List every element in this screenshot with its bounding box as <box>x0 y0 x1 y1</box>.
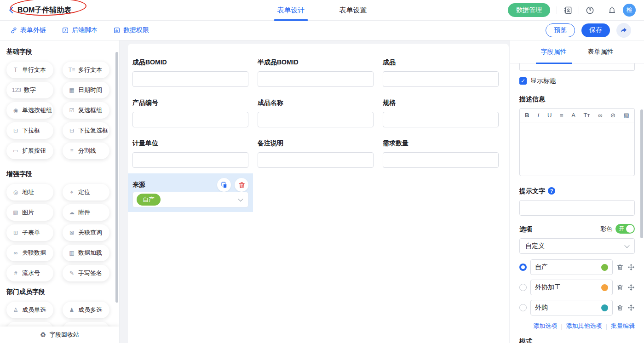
form-external-link-link[interactable]: 表单外链 <box>10 26 46 34</box>
page-title[interactable]: BOM子件辅助表 <box>17 6 71 15</box>
form-field[interactable]: 成品 <box>383 57 499 87</box>
bell-icon[interactable] <box>608 6 616 15</box>
field-type-location[interactable]: ⌖定位 <box>63 184 109 201</box>
selected-field[interactable]: 来源 自产 <box>128 173 253 212</box>
panel-scrollbar[interactable] <box>640 109 643 238</box>
field-input[interactable] <box>132 112 248 127</box>
copy-field-button[interactable] <box>217 178 231 192</box>
font-color-icon[interactable]: A <box>571 112 575 118</box>
field-input[interactable] <box>258 71 374 87</box>
field-type-image[interactable]: ▧图片 <box>6 204 53 221</box>
form-field[interactable]: 成品名称 <box>258 98 374 127</box>
contacts-icon[interactable] <box>564 6 572 15</box>
field-type-checkbox-group[interactable]: ☑复选框组 <box>63 102 109 119</box>
delete-option-icon[interactable] <box>616 304 624 311</box>
field-type-extend-button[interactable]: ▭扩展按钮 <box>6 143 53 159</box>
field-type-attachment[interactable]: ☁附件 <box>63 204 109 221</box>
underline-icon[interactable]: U <box>547 112 552 118</box>
field-type-multi-select[interactable]: ⊟下拉复选框 <box>63 122 109 139</box>
avatar[interactable]: 检 <box>623 4 636 17</box>
field-type-subform[interactable]: ⊞子表单 <box>6 224 53 241</box>
field-type-select[interactable]: ⊡下拉框 <box>6 122 53 139</box>
field-recycle-bin[interactable]: ♻ 字段回收站 <box>0 327 119 343</box>
option-radio[interactable] <box>519 284 527 291</box>
font-size-icon[interactable]: Tт <box>584 112 590 118</box>
option-label-input[interactable]: 自产 <box>530 259 613 275</box>
show-title-row[interactable]: ✓ 显示标题 <box>519 77 635 85</box>
field-input[interactable] <box>258 112 374 127</box>
preview-button[interactable]: 预览 <box>546 23 575 37</box>
checkbox-checked-icon[interactable]: ✓ <box>519 77 527 85</box>
field-type-radio-group[interactable]: ◉单选按钮组 <box>6 102 53 119</box>
field-type-signature[interactable]: ✎手写签名 <box>63 265 109 281</box>
field-input[interactable] <box>383 152 499 168</box>
option-label-input[interactable]: 外购 <box>530 300 613 315</box>
rich-text-area[interactable] <box>520 122 634 176</box>
italic-icon[interactable]: I <box>537 112 539 118</box>
field-type-number[interactable]: 123数字 <box>6 82 53 98</box>
option-color-dot[interactable] <box>601 264 608 271</box>
form-field[interactable]: 成品BOMID <box>132 57 248 87</box>
unlink-icon[interactable]: ⊘ <box>610 112 615 118</box>
save-button[interactable]: 保存 <box>581 23 610 37</box>
field-type-multi-line-text[interactable]: T≡多行文本 <box>63 62 109 78</box>
delete-field-button[interactable] <box>235 178 248 192</box>
tab-form-design[interactable]: 表单设计 <box>277 0 305 21</box>
form-field[interactable]: 计量单位 <box>132 138 248 168</box>
data-manage-button[interactable]: 数据管理 <box>508 3 550 17</box>
backend-script-link[interactable]: 后端脚本 <box>62 26 98 34</box>
move-option-icon[interactable] <box>627 264 635 271</box>
data-permission-link[interactable]: 数据权限 <box>113 26 149 34</box>
option-color-dot[interactable] <box>601 304 608 311</box>
field-input[interactable] <box>132 152 248 168</box>
bold-icon[interactable]: B <box>525 112 529 118</box>
batch-edit-link[interactable]: 批量编辑 <box>611 322 635 330</box>
hint-help-icon[interactable]: ? <box>548 187 555 195</box>
move-option-icon[interactable] <box>627 284 635 291</box>
option-radio[interactable] <box>519 304 527 311</box>
form-field[interactable]: 产品编号 <box>132 98 248 127</box>
field-type-member-multi[interactable]: ♟成员多选 <box>63 302 109 318</box>
color-toggle[interactable]: 开 <box>615 224 635 234</box>
source-select[interactable]: 自产 <box>132 192 248 207</box>
option-label-input[interactable]: 外协加工 <box>530 280 613 295</box>
delete-option-icon[interactable] <box>616 264 624 271</box>
delete-option-icon[interactable] <box>616 284 624 291</box>
back-button[interactable] <box>7 6 16 14</box>
option-color-dot[interactable] <box>601 284 608 291</box>
tab-form-properties[interactable]: 表单属性 <box>588 40 614 63</box>
option-radio[interactable] <box>519 264 527 271</box>
add-other-option-link[interactable]: 添加其他选项 <box>566 322 602 330</box>
field-input[interactable] <box>132 71 248 87</box>
form-field[interactable]: 备注说明 <box>258 138 374 168</box>
insert-image-icon[interactable]: ▧ <box>624 112 629 118</box>
tab-field-properties[interactable]: 字段属性 <box>541 40 567 63</box>
tab-form-settings[interactable]: 表单设置 <box>339 0 367 21</box>
field-type-linked-data[interactable]: ∞关联数据 <box>6 245 53 261</box>
field-type-single-line-text[interactable]: T单行文本 <box>6 62 53 78</box>
field-type-address[interactable]: ◎地址 <box>6 184 53 201</box>
field-type-linked-query[interactable]: ⊠关联查询 <box>63 224 109 241</box>
field-type-member-single[interactable]: ♙成员单选 <box>6 302 53 318</box>
add-option-link[interactable]: 添加选项 <box>533 322 557 330</box>
help-icon[interactable] <box>586 6 594 15</box>
title-input-partial[interactable] <box>519 63 635 71</box>
link-icon[interactable]: ∞ <box>598 112 602 118</box>
field-input[interactable] <box>383 112 499 127</box>
align-icon[interactable]: ≡ <box>560 112 564 118</box>
field-type-serial-number[interactable]: #流水号 <box>6 265 53 281</box>
sidebar-scrollbar[interactable] <box>115 52 118 303</box>
form-field[interactable]: 规格 <box>383 98 499 127</box>
field-type-divider[interactable]: ≡分割线 <box>63 143 109 159</box>
option-type-select[interactable]: 自定义 <box>519 238 635 254</box>
hint-input[interactable] <box>519 200 635 216</box>
move-option-icon[interactable] <box>627 304 635 311</box>
field-input[interactable] <box>383 71 499 87</box>
form-field[interactable]: 半成品BOMID <box>258 57 374 87</box>
share-button[interactable] <box>616 23 631 38</box>
signature-icon: ✎ <box>68 270 75 276</box>
field-type-datetime[interactable]: ▦日期时间 <box>63 82 109 98</box>
field-input[interactable] <box>258 152 374 168</box>
field-type-data-load[interactable]: ▥数据加载 <box>63 245 109 261</box>
form-field[interactable]: 需求数量 <box>383 138 499 168</box>
